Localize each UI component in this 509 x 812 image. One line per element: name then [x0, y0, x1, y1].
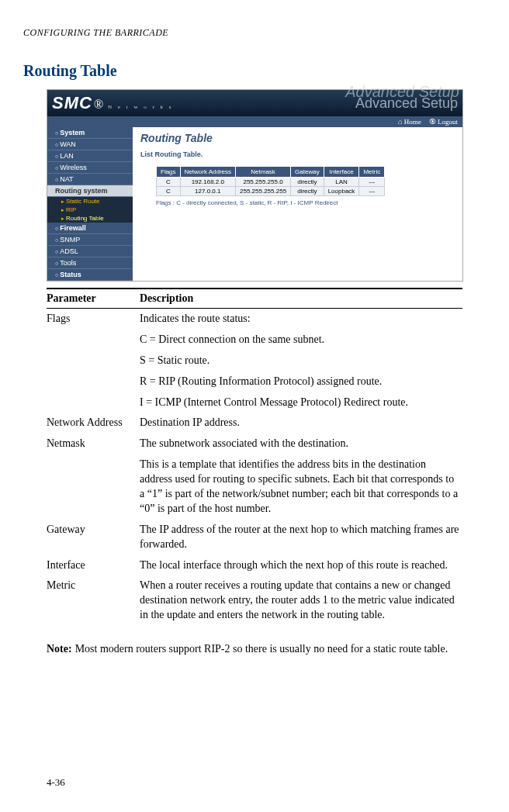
param-desc: The local interface through which the ne…	[140, 555, 462, 576]
logout-icon: ⦿	[429, 118, 438, 126]
logo-reg: ®	[94, 98, 103, 112]
logo-brand: SMC	[52, 93, 92, 113]
sidebar-item-status[interactable]: Status	[47, 269, 133, 281]
content-title: Routing Table	[140, 132, 455, 144]
param-desc: I = ICMP (Internet Control Message Proto…	[140, 392, 462, 413]
param-label-interface: Interface	[47, 555, 140, 576]
param-desc: Indicates the route status:	[140, 309, 462, 330]
param-desc: C = Direct connection on the same subnet…	[140, 330, 462, 351]
sidebar-sub-rip[interactable]: RIP	[47, 206, 133, 214]
home-icon: ⌂	[398, 118, 404, 126]
param-label-netmask: Netmask	[47, 434, 140, 454]
th-netmask: Netmask	[236, 167, 291, 178]
sidebar-item-nat[interactable]: NAT	[47, 174, 133, 185]
param-desc: S = Static route.	[140, 351, 462, 371]
param-label-metric: Metric	[47, 575, 140, 626]
param-desc: The subnetwork associated with the desti…	[140, 434, 462, 454]
content-pane: Routing Table List Routing Table. Flags …	[133, 127, 462, 281]
logo-subtitle: N e t w o r k s	[108, 104, 173, 110]
th-gateway: Gateway	[291, 167, 324, 178]
param-desc: Destination IP address.	[140, 413, 462, 434]
note-block: Note: Most modern routers support RIP-2 …	[47, 641, 462, 657]
router-screenshot: SMC® N e t w o r k s Advanced Setup Adva…	[47, 89, 463, 282]
logout-link[interactable]: ⦿ Logout	[429, 118, 458, 126]
th-network: Network Address	[180, 167, 235, 178]
note-text: Most modern routers support RIP-2 so the…	[75, 641, 448, 657]
param-label-gateway: Gateway	[47, 520, 140, 555]
sidebar-item-adsl[interactable]: ADSL	[47, 246, 133, 257]
param-label-flags: Flags	[47, 309, 140, 330]
param-desc: This is a template that identifies the a…	[140, 454, 462, 520]
logo: SMC® N e t w o r k s	[52, 93, 174, 113]
th-interface: Interface	[324, 167, 359, 178]
params-header-desc: Description	[140, 289, 462, 309]
content-subtitle: List Routing Table.	[140, 150, 455, 158]
table-row: C 192.168.2.0 255.255.255.0 directly LAN…	[157, 178, 385, 187]
sidebar-item-snmp[interactable]: SNMP	[47, 234, 133, 246]
sidebar-item-wireless[interactable]: Wireless	[47, 162, 133, 174]
table-row: C 127.0.0.1 255.255.255.255 directly Loo…	[157, 187, 385, 196]
sidebar-item-routing[interactable]: Routing system	[47, 185, 133, 197]
th-metric: Metric	[359, 167, 385, 178]
sidebar: System WAN LAN Wireless NAT Routing syst…	[47, 127, 133, 281]
sidebar-item-tools[interactable]: Tools	[47, 257, 133, 269]
sidebar-item-system[interactable]: System	[47, 127, 133, 139]
th-flags: Flags	[157, 167, 181, 178]
sidebar-sub-static[interactable]: Static Route	[47, 197, 133, 206]
title-ghost: Advanced Setup	[345, 83, 459, 101]
param-desc: The IP address of the router at the next…	[140, 520, 462, 555]
running-header: CONFIGURING THE BARRICADE	[23, 27, 486, 39]
sidebar-item-wan[interactable]: WAN	[47, 139, 133, 150]
param-desc: When a router receives a routing update …	[140, 575, 462, 626]
section-title: Routing Table	[23, 62, 486, 80]
sidebar-sub-table[interactable]: Routing Table	[47, 214, 133, 223]
param-desc: R = RIP (Routing Information Protocol) a…	[140, 371, 462, 392]
params-header-param: Parameter	[47, 289, 140, 309]
routing-table: Flags Network Address Netmask Gateway In…	[156, 166, 385, 196]
sidebar-item-firewall[interactable]: Firewall	[47, 223, 133, 234]
home-link[interactable]: ⌂ Home	[398, 118, 421, 126]
flags-legend: Flags : C - directly connected, S - stat…	[156, 199, 455, 206]
note-label: Note:	[47, 641, 72, 657]
page-number: 4-36	[47, 776, 65, 789]
parameter-table: Parameter Description FlagsIndicates the…	[47, 288, 462, 626]
param-label-network: Network Address	[47, 413, 140, 434]
sidebar-item-lan[interactable]: LAN	[47, 150, 133, 162]
